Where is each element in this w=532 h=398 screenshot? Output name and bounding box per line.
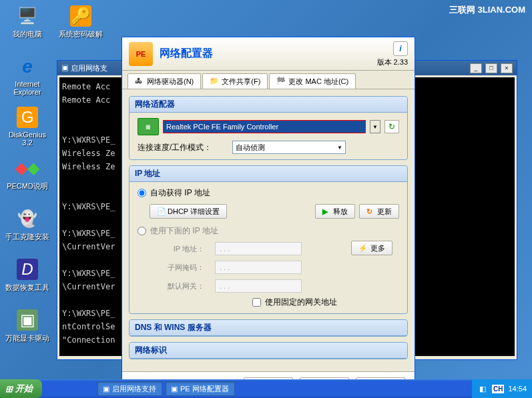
recovery-icon: D [17,259,38,280]
group-adapter-title: 网络适配器 [129,97,407,113]
renew-button[interactable]: ↻更新 [359,204,399,219]
radio-auto-ip-input[interactable] [138,189,146,197]
maximize-button[interactable]: □ [485,63,497,73]
desktop-icon-vga[interactable]: ▣万能显卡驱动 [4,309,51,343]
computer-icon: 🖥️ [17,5,38,27]
release-icon: ▶ [322,207,330,215]
group-ip-title: IP 地址 [129,166,407,182]
tab-change-mac[interactable]: 🏁更改 MAC 地址(C) [269,73,356,89]
ip-mask-label: 子网掩码： [151,263,204,273]
driver-icon: 🖧 [135,77,144,86]
pecmd-icon: ◆◆ [17,157,38,179]
taskbar-item-peconfig[interactable]: ▣PE 网络配置器 [165,381,235,396]
renew-icon: ↻ [366,207,374,215]
cmd-icon: ▣ [103,385,109,393]
ghost-icon: 👻 [17,208,38,229]
desktop-icon-clone[interactable]: 👻手工克隆安装 [4,208,51,242]
tab-file-share[interactable]: 📁文件共享(F) [202,73,268,89]
start-button[interactable]: ⊞开始 [0,379,42,398]
nic-icon: ▦ [138,118,159,135]
group-dns-title: DNS 和 WINS 服务器 [129,320,407,336]
desktop-icon-recovery[interactable]: D数据恢复工具 [4,259,51,293]
language-indicator[interactable]: CH [492,385,504,393]
dialog-title: 网络配置器 [160,47,213,61]
radio-manual-ip-input[interactable] [138,227,146,235]
key-icon: 🔑 [70,5,91,27]
windows-icon: ⊞ [5,384,13,394]
group-adapter: 网络适配器 ▦ Realtek PCIe FE Family Controlle… [129,96,408,160]
taskbar: ⊞开始 ▣启用网络支持 ▣PE 网络配置器 ◧ CH 14:54 [0,379,532,398]
system-tray: ◧ CH 14:54 [472,379,532,398]
speed-label: 连接速度/工作模式： [138,142,224,153]
ip-mask-input[interactable]: . . . [215,261,302,274]
dialog-header: PE 网络配置器 i 版本 2.33 [122,37,415,71]
fixed-gateway-checkbox[interactable]: 使用固定的网关地址 [252,297,399,308]
group-dns[interactable]: DNS 和 WINS 服务器 [129,319,408,337]
diskgenius-icon: G [17,107,38,128]
window-controls: _ □ × [469,63,513,73]
dialog-version: 版本 2.33 [377,57,408,67]
adapter-select[interactable]: Realtek PCIe FE Family Controller [163,120,366,133]
minimize-button[interactable]: _ [470,63,482,73]
flag-icon: 🏁 [276,77,286,86]
info-button[interactable]: i [393,41,408,56]
tab-network-drivers[interactable]: 🖧网络驱动器(N) [127,73,201,89]
group-ident-title: 网络标识 [129,343,407,359]
tray-icon[interactable]: ◧ [477,383,488,394]
release-button[interactable]: ▶释放 [315,204,355,219]
group-ip: IP 地址 自动获得 IP 地址 📄DHCP 详细设置 ▶释放 ↻更新 使用下面… [129,165,408,314]
console-title-text: ▣ 启用网络支 [61,63,107,73]
chevron-down-icon: ▼ [337,145,342,151]
taskbar-item-network[interactable]: ▣启用网络支持 [97,381,162,396]
desktop-icon-ie[interactable]: eInternet Explorer [4,56,51,96]
desktop-icon-pecmd[interactable]: ◆◆PECMD说明 [4,157,51,191]
ip-gw-label: 默认网关： [151,281,204,291]
radio-manual-ip[interactable]: 使用下面的 IP 地址 [138,225,399,237]
desktop-icon-mycomputer[interactable]: 🖥️我的电脑 [4,5,51,39]
ie-icon: e [17,56,38,77]
dialog-header-icon: PE [129,42,153,66]
close-button[interactable]: × [501,63,513,73]
dhcp-details-button[interactable]: 📄DHCP 详细设置 [150,204,227,219]
vga-icon: ▣ [17,309,38,331]
desktop-icon-pwcrack[interactable]: 🔑系统密码破解 [57,5,104,39]
speed-combobox[interactable]: 自动侦测 ▼ [232,141,346,154]
fixed-gateway-checkbox-input[interactable] [252,298,261,307]
doc-icon: 📄 [157,207,165,215]
watermark: 三联网 3LIAN.COM [449,4,525,16]
network-config-dialog: PE 网络配置器 i 版本 2.33 🖧网络驱动器(N) 📁文件共享(F) 🏁更… [121,37,415,398]
more-button[interactable]: ⚡更多 [351,241,392,255]
dialog-content: 网络适配器 ▦ Realtek PCIe FE Family Controlle… [122,89,415,371]
desktop-icon-diskgenius[interactable]: GDiskGenius 3.2 [4,107,51,147]
lightning-icon: ⚡ [358,244,368,253]
ip-addr-label: IP 地址： [151,244,204,254]
folder-icon: 📁 [210,77,219,86]
ip-gw-input[interactable]: . . . [215,279,302,293]
ip-addr-input[interactable]: . . . [215,242,302,255]
adapter-dropdown-arrow[interactable]: ▼ [370,120,380,133]
group-ident[interactable]: 网络标识 [129,342,408,359]
radio-auto-ip[interactable]: 自动获得 IP 地址 [138,187,399,199]
tab-bar: 🖧网络驱动器(N) 📁文件共享(F) 🏁更改 MAC 地址(C) [122,71,415,89]
refresh-adapter-button[interactable]: ↻ [384,120,399,133]
clock[interactable]: 14:54 [508,385,527,393]
pe-icon: ▣ [171,385,178,393]
